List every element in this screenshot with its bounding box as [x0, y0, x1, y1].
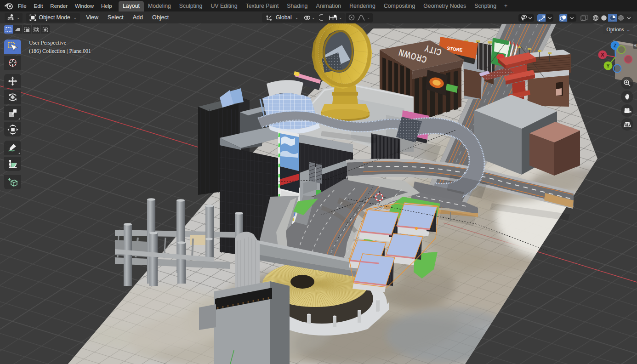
- svg-text:Z: Z: [614, 43, 617, 48]
- svg-text:Y: Y: [606, 63, 610, 68]
- svg-text:X: X: [601, 52, 604, 57]
